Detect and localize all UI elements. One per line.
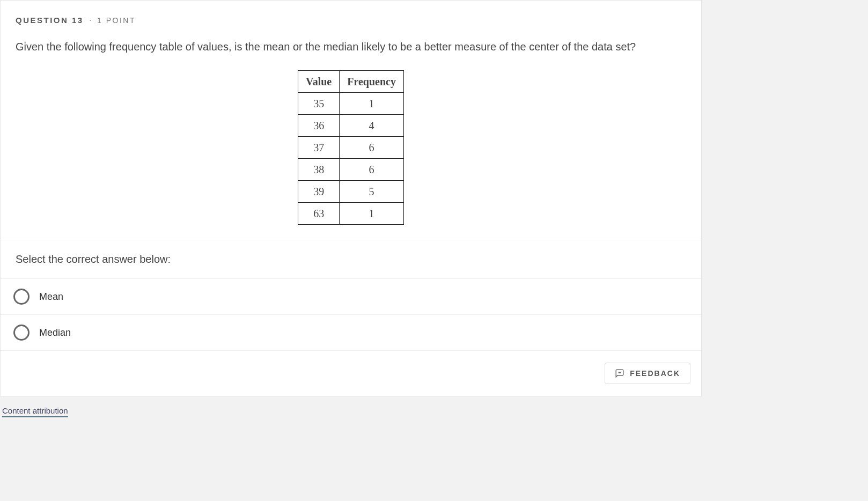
table-row: 63 1 [298,203,404,225]
table-cell-freq: 6 [340,137,404,159]
table-cell-freq: 1 [340,203,404,225]
option-label: Median [39,327,71,338]
card-footer: FEEDBACK [1,351,701,396]
table-cell-freq: 4 [340,115,404,137]
separator-dot: · [89,16,91,25]
table-cell-value: 39 [298,181,340,203]
frequency-table: Value Frequency 35 1 36 4 37 6 38 [298,70,404,225]
question-body: Given the following frequency table of v… [1,25,701,240]
table-row: 37 6 [298,137,404,159]
option-median[interactable]: Median [1,315,701,351]
table-row: 35 1 [298,93,404,115]
table-header-value: Value [298,71,340,93]
question-points-label: 1 POINT [97,16,136,25]
table-row: 36 4 [298,115,404,137]
question-card: QUESTION 13 · 1 POINT Given the followin… [0,0,702,396]
question-prompt: Given the following frequency table of v… [16,38,686,55]
table-cell-freq: 6 [340,159,404,181]
table-row: 38 6 [298,159,404,181]
question-number-label: QUESTION 13 [16,16,84,25]
radio-icon [13,289,30,305]
feedback-label: FEEDBACK [630,369,680,378]
table-header-frequency: Frequency [340,71,404,93]
feedback-button[interactable]: FEEDBACK [605,363,690,384]
select-prompt: Select the correct answer below: [1,240,701,279]
chat-icon [615,369,624,378]
question-header: QUESTION 13 · 1 POINT [1,1,701,25]
radio-icon [13,325,30,341]
option-mean[interactable]: Mean [1,279,701,315]
table-cell-value: 36 [298,115,340,137]
option-label: Mean [39,291,63,303]
svg-rect-0 [619,372,621,373]
table-row: 39 5 [298,181,404,203]
table-cell-value: 35 [298,93,340,115]
table-cell-value: 38 [298,159,340,181]
content-attribution-link[interactable]: Content attribution [2,406,68,417]
table-cell-value: 63 [298,203,340,225]
table-cell-freq: 1 [340,93,404,115]
table-header-row: Value Frequency [298,71,404,93]
table-cell-value: 37 [298,137,340,159]
table-cell-freq: 5 [340,181,404,203]
